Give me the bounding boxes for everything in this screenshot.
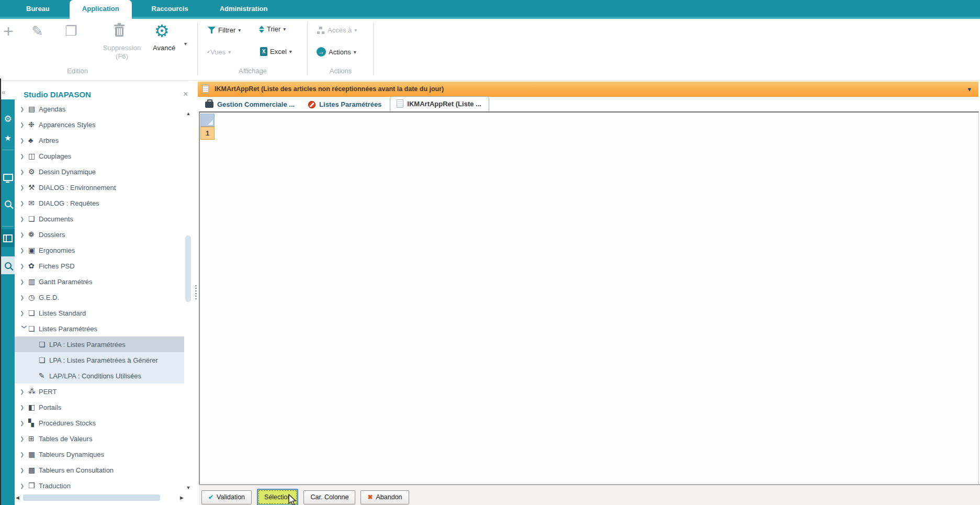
tree-item-couplages[interactable]: ❯◫Couplages [15,148,184,164]
document-tabs: Gestion Commerciale ...Listes Paramétrée… [200,97,489,111]
chevron-right-icon[interactable]: ❯ [20,200,28,206]
strip-button-search[interactable] [1,195,15,212]
strip-button-search-secondary[interactable] [1,256,15,274]
chevron-right-icon[interactable]: ❯ [20,216,28,222]
filtrer-button[interactable]: Filtrer ▾ [208,26,241,34]
avance-caret-icon[interactable]: ▾ [184,41,187,47]
strip-button-split-view[interactable] [1,229,15,247]
scroll-right-icon[interactable]: ▶ [180,495,184,500]
tree-item-ergonomies[interactable]: ❯▣Ergonomies [15,242,184,258]
chevron-right-icon[interactable]: ❯ [20,295,28,300]
grid-row-header[interactable]: 1 [200,127,215,140]
tree-item-tableurs-dynamiques[interactable]: ❯▦Tableurs Dynamiques [15,446,184,462]
doc-tab-ikmartappret-liste[interactable]: IKMArtAppRet (Liste ... [390,96,489,111]
sidebar-collapse-button[interactable]: « [2,88,6,96]
tree-item-gantt-parametres[interactable]: ❯▥Gantt Paramétrés [15,274,184,289]
tree-item-listes-parametrees[interactable]: ❯❏Listes Paramétrées [15,321,184,336]
chevron-right-icon[interactable]: ❯ [20,452,28,457]
chevron-right-icon[interactable]: ❯ [20,263,28,269]
horizontal-scrollbar[interactable]: ◀ ▶ [15,495,193,502]
tree-item-dialog-environnement[interactable]: ❯⚒DIALOG : Environnement [15,179,184,195]
chevron-right-icon[interactable]: ❯ [20,169,28,175]
suppression-button[interactable] [112,23,126,38]
tree-item-apparences-styles[interactable]: ❯❉Apparences Styles [15,117,184,132]
abandon-button[interactable]: ✖Abandon [361,490,409,504]
strip-button-settings[interactable]: ⚙ [1,110,15,128]
actions-button[interactable]: Actions ▾ [317,47,356,57]
chevron-right-icon[interactable]: ❯ [20,279,28,285]
menu-tab-bureau[interactable]: Bureau [26,5,50,13]
tree-item-lpa-listes-parametrees-a-generer[interactable]: ❏LPA : Listes Paramétrées à Générer [15,352,184,368]
chevron-right-icon[interactable]: ❯ [20,138,28,143]
document-bar[interactable]: IKMArtAppRet (Liste des articles non réc… [198,82,978,97]
list-content-area[interactable] [199,111,979,484]
chevron-right-icon[interactable]: ❯ [20,467,28,473]
tree-item-lap-lpa-conditions-utilisees[interactable]: ✎LAP/LPA : Conditions Utilisées [15,368,184,384]
horizontal-scrollbar-thumb[interactable] [23,495,160,501]
car-colonne-button[interactable]: Car. Colonne [303,490,355,504]
chevron-right-icon[interactable]: ❯ [20,483,28,489]
tree-item-procedures-stocks[interactable]: ❯▚Procédures Stocks [15,415,184,431]
tree-item-label: Couplages [39,152,71,160]
grid-select-all-corner[interactable] [200,114,215,127]
tree-item-dessin-dynamique[interactable]: ❯⚙Dessin Dynamique [15,164,184,179]
favorites-icon: ★ [4,134,11,142]
add-button[interactable]: + [3,23,14,39]
tree-item-agendas[interactable]: ❯▤Agendas [15,105,184,117]
scroll-left-icon[interactable]: ◀ [16,495,19,500]
document-bar-caret-icon[interactable]: ▾ [967,85,971,93]
strip-button-monitor[interactable] [1,169,15,186]
tree-item-portails[interactable]: ❯◧Portails [15,399,184,415]
chevron-right-icon[interactable]: ❯ [20,232,28,238]
dropdown-caret-icon[interactable]: ▾ [283,26,286,32]
chevron-down-icon[interactable]: ❯ [21,324,27,333]
tree-item-arbres[interactable]: ❯♣Arbres [15,132,184,148]
tree-item-tableurs-en-consultation[interactable]: ❯▩Tableurs en Consultation [15,462,184,478]
chevron-right-icon[interactable]: ❯ [20,389,28,395]
sidebar-resize-grip[interactable] [195,285,197,301]
vues-button[interactable]: ✔ Vues ▾ [208,48,231,56]
tree-item-tables-de-valeurs[interactable]: ❯⊞Tables de Valeurs [15,431,184,446]
excel-button[interactable]: Excel ▾ [260,47,292,56]
chevron-right-icon[interactable]: ❯ [20,185,28,190]
edit-button[interactable]: ✎ [31,23,43,40]
tree-item-traduction[interactable]: ❯❒Traduction [15,478,184,493]
portal-icon: ◧ [28,403,39,411]
doc-tab-gestion-commerciale[interactable]: Gestion Commerciale ... [200,98,300,111]
vertical-scrollbar-thumb[interactable] [185,235,191,302]
doc-tab-listes-parametrees[interactable]: Listes Paramétrées [303,98,387,111]
pencil-icon: ✎ [31,23,43,40]
tree-item-pert[interactable]: ❯⁂PERT [15,384,184,399]
validation-button[interactable]: ✔Validation [201,490,252,504]
chevron-right-icon[interactable]: ❯ [20,248,28,253]
chevron-right-icon[interactable]: ❯ [20,153,28,159]
chevron-right-icon[interactable]: ❯ [20,405,28,410]
tree-item-fiches-psd[interactable]: ❯✿Fiches PSD [15,258,184,274]
menu-tab-raccourcis[interactable]: Raccourcis [152,5,188,13]
menu-tab-application[interactable]: Application [70,0,132,19]
acces-a-button[interactable]: Accès à ▾ [317,26,357,34]
trier-button[interactable]: Trier ▾ [259,25,286,33]
check-icon: ✔ [208,493,213,501]
strip-button-favorites[interactable]: ★ [1,129,15,147]
tree-item-g-e-d[interactable]: ❯◷G.E.D. [15,289,184,305]
dropdown-caret-icon[interactable]: ▾ [289,49,292,54]
dropdown-caret-icon[interactable]: ▾ [238,27,241,33]
tree-item-listes-standard[interactable]: ❯❏Listes Standard [15,305,184,321]
tree-item-dialog-requetes[interactable]: ❯✉DIALOG : Requêtes [15,195,184,211]
chevron-right-icon[interactable]: ❯ [20,106,28,112]
tree-item-dossiers[interactable]: ❯❁Dossiers [15,227,184,242]
tree-item-documents[interactable]: ❯❏Documents [15,211,184,227]
chevron-right-icon[interactable]: ❯ [20,310,28,316]
chevron-right-icon[interactable]: ❯ [20,122,28,128]
tree-item-lpa-listes-parametrees[interactable]: ❏LPA : Listes Paramétrées [15,336,184,352]
dropdown-caret-icon[interactable]: ▾ [354,49,356,55]
chevron-right-icon[interactable]: ❯ [20,436,28,442]
copy-button[interactable]: ❐ [65,23,77,39]
chevron-right-icon[interactable]: ❯ [20,420,28,426]
avance-button[interactable]: ⚙ [154,21,170,41]
scroll-up-icon[interactable]: ▲ [184,111,193,116]
sidebar-close-icon[interactable]: × [183,89,188,99]
menu-tab-administration[interactable]: Administration [220,5,268,13]
scroll-down-icon[interactable]: ▼ [184,485,193,490]
